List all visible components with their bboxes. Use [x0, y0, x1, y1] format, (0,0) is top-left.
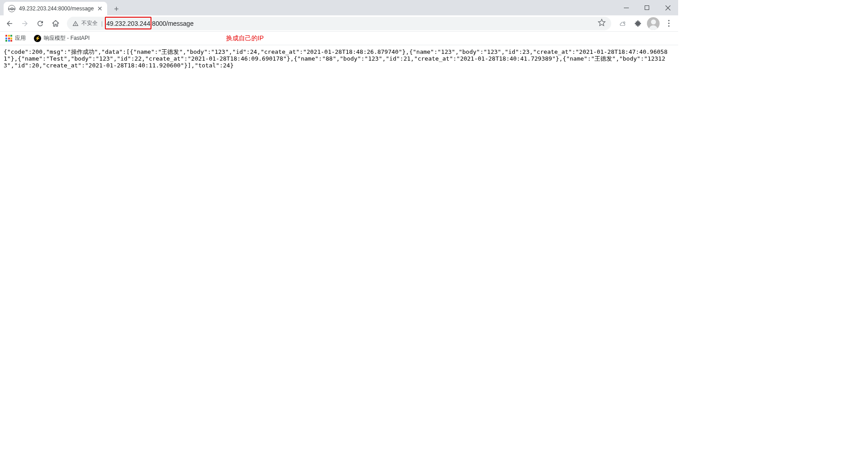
bookmark-star-button[interactable] [598, 19, 606, 28]
lightning-icon: ⚡ [34, 35, 41, 42]
address-bar[interactable]: 不安全 | 49.232.203.244:8000/message [67, 17, 611, 30]
url-path: :8000/message [150, 20, 193, 27]
window-minimize-button[interactable] [616, 1, 637, 14]
extension-cloud-icon[interactable] [616, 17, 629, 30]
svg-point-0 [623, 22, 625, 23]
browser-toolbar: 不安全 | 49.232.203.244:8000/message [0, 15, 678, 32]
tab-title: 49.232.203.244:8000/message [19, 5, 94, 12]
warning-icon [72, 20, 79, 27]
security-indicator[interactable]: 不安全 [72, 19, 98, 27]
forward-button[interactable] [18, 17, 32, 30]
security-label: 不安全 [81, 19, 98, 27]
ip-annotation-text: 换成自己的IP [226, 34, 264, 43]
back-button[interactable] [3, 17, 16, 30]
new-tab-button[interactable]: + [110, 3, 123, 15]
url-host: 49.232.203.244 [106, 20, 150, 27]
tab-close-button[interactable]: ✕ [97, 5, 103, 12]
chrome-menu-button[interactable] [662, 17, 675, 30]
avatar-icon [647, 17, 660, 30]
profile-button[interactable] [646, 17, 660, 30]
window-close-button[interactable] [657, 1, 678, 14]
window-controls [616, 0, 678, 15]
globe-icon [8, 5, 15, 12]
browser-tab[interactable]: 49.232.203.244:8000/message ✕ [4, 2, 107, 15]
url-text: 49.232.203.244:8000/message [106, 20, 193, 27]
page-body-text: {"code":200,"msg":"操作成功","data":[{"name"… [0, 45, 678, 73]
home-button[interactable] [49, 17, 62, 30]
reload-button[interactable] [33, 17, 47, 30]
tab-strip: 49.232.203.244:8000/message ✕ + [0, 0, 678, 15]
bookmark-bar: 应用 ⚡ 响应模型 - FastAPI 换成自己的IP [0, 32, 678, 45]
window-maximize-button[interactable] [637, 1, 657, 14]
extensions-button[interactable] [631, 17, 645, 30]
apps-grid-icon [5, 35, 12, 42]
apps-shortcut[interactable]: 应用 [5, 34, 26, 42]
bookmark-label: 响应模型 - FastAPI [44, 34, 90, 42]
bookmark-fastapi[interactable]: ⚡ 响应模型 - FastAPI [34, 34, 90, 42]
apps-label: 应用 [15, 34, 26, 42]
